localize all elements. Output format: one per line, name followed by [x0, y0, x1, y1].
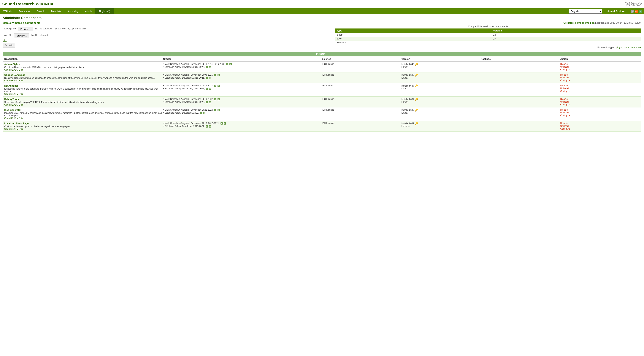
action-uninstall-link[interactable]: Uninstall — [560, 66, 640, 68]
action-configure-link[interactable]: Configure — [560, 90, 640, 92]
action-disable-link[interactable]: Disable — [560, 98, 640, 100]
key-icon: 🔑 — [415, 122, 418, 125]
credit-link-icon[interactable]: ● — [220, 122, 223, 124]
credit-item: Mark Grimshaw-Aagaard, Developer, 2013-2… — [163, 63, 322, 65]
compat-table: Type Version plugin16style27template3 — [335, 28, 642, 44]
plugin-description: Customize the description on the home pa… — [4, 125, 163, 128]
plugin-description: Embedded version of the database manager… — [4, 88, 163, 93]
credit-grid-icon[interactable]: ▦ — [209, 101, 211, 103]
plugin-version-cell: Installed:647 🔑 Latest:-- — [402, 84, 481, 95]
plugin-credits-cell: Mark Grimshaw-Aagaard, Developer, 2005-2… — [163, 74, 322, 82]
plugin-name[interactable]: Admin Styles — [4, 63, 163, 66]
credit-grid-icon[interactable]: ▦ — [218, 109, 220, 111]
main-content: Administer Components Manually install a… — [0, 14, 644, 134]
nav-wikindx[interactable]: Wikindx — [0, 8, 15, 14]
plugin-package-cell — [481, 108, 560, 120]
action-uninstall-link[interactable]: Uninstall — [560, 76, 640, 79]
latest-version: Latest:-- — [402, 112, 481, 114]
nav-search[interactable]: Search — [34, 8, 48, 14]
action-uninstall-link[interactable]: Uninstall — [560, 100, 640, 103]
action-disable-link[interactable]: Disable — [560, 108, 640, 111]
package-file-row: Package file: Browse... No file selected… — [2, 26, 322, 31]
credit-grid-icon[interactable]: ▦ — [218, 74, 220, 76]
nav-plugins[interactable]: Plugins (1) — [95, 8, 114, 14]
credit-grid-icon[interactable]: ▦ — [224, 122, 226, 124]
package-browse-button[interactable]: Browse... — [18, 27, 33, 31]
credit-link-icon[interactable]: ● — [206, 101, 208, 103]
compat-type: style — [335, 37, 492, 40]
help-icon[interactable]: ? — [630, 10, 634, 13]
nav-authoring[interactable]: Authoring — [64, 8, 82, 14]
plugin-name[interactable]: Choose Language — [4, 74, 163, 76]
plugin-name[interactable]: Localized Front Page — [4, 122, 163, 125]
plugin-credits-cell: Mark Grimshaw-Aagaard, Developer, 2019-2… — [163, 84, 322, 95]
plugin-package-cell — [481, 98, 560, 106]
browse-plugin-link[interactable]: plugin — [616, 46, 622, 49]
credit-link-icon[interactable]: ● — [214, 85, 216, 87]
plugin-name[interactable]: DB Adminer — [4, 84, 163, 87]
action-disable-link[interactable]: Disable — [560, 122, 640, 124]
browse-style-link[interactable]: style — [624, 46, 630, 49]
browse-template-link[interactable]: template — [632, 46, 641, 49]
credit-grid-icon[interactable]: ▦ — [218, 85, 220, 87]
action-configure-link[interactable]: Configure — [560, 128, 640, 130]
plugin-licence-cell: ISC License — [322, 122, 402, 130]
hint-link[interactable]: Hint — [2, 39, 6, 42]
get-latest-link[interactable]: Get latest components list — [563, 22, 594, 24]
plugin-rows: Admin Styles Create, edit and share with… — [3, 62, 641, 132]
credit-link-icon[interactable]: ● — [214, 109, 216, 111]
plugin-name[interactable]: Debug Tools — [4, 98, 163, 100]
nav-icons: ? RSS A — [630, 10, 642, 13]
plugin-name[interactable]: Idea Generator — [4, 108, 163, 111]
action-configure-link[interactable]: Configure — [560, 114, 640, 117]
get-latest-suffix: (Last updated 2022-10-24T19:23:58+02:00) — [594, 22, 642, 24]
credit-link-icon[interactable]: ● — [206, 66, 208, 68]
sound-explorer-link[interactable]: Sound Explorer — [604, 8, 629, 14]
action-uninstall-link[interactable]: Uninstall — [560, 111, 640, 114]
nav-metadata[interactable]: Metadata — [48, 8, 64, 14]
package-no-file: No file selected. — [35, 27, 52, 30]
rss-icon[interactable]: RSS — [635, 10, 638, 13]
open-readme-link[interactable]: Open README file — [4, 93, 24, 95]
credit-link-icon[interactable]: ● — [206, 125, 208, 128]
credit-grid-icon[interactable]: ▦ — [203, 112, 206, 114]
plugin-section: PLUGIN ↑ Description Credits Licence Ver… — [2, 52, 642, 132]
open-readme-link[interactable]: Open README file — [4, 128, 24, 130]
credit-link-icon[interactable]: ● — [206, 77, 208, 79]
plugin-action-cell: DisableUninstallConfigure — [560, 98, 640, 106]
action-disable-link[interactable]: Disable — [560, 74, 640, 76]
action-configure-link[interactable]: Configure — [560, 68, 640, 71]
open-readme-link[interactable]: Open README file — [4, 104, 24, 106]
credit-grid-icon[interactable]: ▦ — [209, 88, 211, 90]
credit-grid-icon[interactable]: ▦ — [209, 66, 211, 68]
open-readme-link[interactable]: Open README file — [4, 68, 24, 71]
credit-link-icon[interactable]: ● — [206, 88, 208, 90]
action-configure-link[interactable]: Configure — [560, 79, 640, 82]
action-uninstall-link[interactable]: Uninstall — [560, 87, 640, 90]
open-readme-link[interactable]: Open README file — [4, 117, 24, 120]
atom-icon[interactable]: A — [639, 10, 642, 13]
credit-grid-icon[interactable]: ▦ — [209, 77, 211, 79]
credit-link-icon[interactable]: ● — [226, 63, 228, 65]
credit-grid-icon[interactable]: ▦ — [209, 125, 211, 128]
action-configure-link[interactable]: Configure — [560, 103, 640, 106]
nav-admin[interactable]: Admin — [82, 8, 95, 14]
latest-version: Latest:-- — [402, 101, 481, 103]
credit-link-icon[interactable]: ● — [214, 98, 216, 100]
credit-grid-icon[interactable]: ▦ — [218, 98, 220, 100]
submit-button[interactable]: Submit — [2, 43, 15, 48]
credit-link-icon[interactable]: ● — [214, 74, 216, 76]
credit-link-icon[interactable]: ● — [200, 112, 202, 114]
language-select[interactable]: English French German Spanish — [568, 9, 602, 14]
hash-browse-button[interactable]: Browse... — [14, 34, 29, 38]
action-disable-link[interactable]: Disable — [560, 63, 640, 65]
compat-section: Get latest components list (Last updated… — [335, 22, 642, 49]
plugin-credits-cell: Mark Grimshaw-Aagaard, Developer, 2021-2… — [163, 108, 322, 120]
credit-grid-icon[interactable]: ▦ — [230, 63, 232, 65]
table-row: Debug Tools Some tools for debugging WIK… — [3, 97, 641, 108]
key-icon: 🔑 — [415, 84, 418, 87]
open-readme-link[interactable]: Open README file — [4, 79, 24, 82]
nav-resources[interactable]: Resources — [15, 8, 34, 14]
action-disable-link[interactable]: Disable — [560, 84, 640, 87]
action-uninstall-link[interactable]: Uninstall — [560, 125, 640, 127]
